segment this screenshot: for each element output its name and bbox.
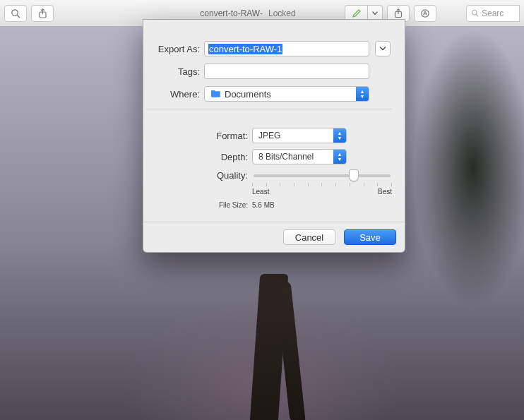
file-size-label: File Size:	[146, 201, 252, 209]
quality-slider[interactable]	[254, 174, 391, 177]
quality-label: Quality:	[146, 170, 252, 181]
export-as-label: Export As:	[146, 44, 204, 54]
depth-dropdown[interactable]: 8 Bits/Channel ▲▼	[252, 149, 347, 164]
chevron-updown-icon: ▲▼	[356, 87, 369, 101]
folder-icon	[210, 90, 221, 98]
title-text: convert-to-RAW-	[200, 8, 263, 18]
quality-least-label: Least	[252, 188, 269, 196]
where-dropdown[interactable]: Documents ▲▼	[204, 86, 369, 102]
search-placeholder: Searc	[482, 8, 504, 18]
share-button[interactable]	[31, 5, 54, 22]
file-size-value: 5.6 MB	[252, 201, 275, 209]
where-value: Documents	[225, 89, 271, 100]
svg-line-8	[476, 14, 478, 16]
depth-value: 8 Bits/Channel	[253, 152, 333, 162]
export-as-value: convert-to-RAW-1	[208, 44, 282, 54]
markup-button[interactable]	[414, 5, 436, 22]
export-as-field[interactable]: convert-to-RAW-1	[204, 41, 369, 56]
export-dialog: Export As: convert-to-RAW-1 Tags: Where:	[143, 19, 405, 253]
format-label: Format:	[146, 131, 252, 141]
save-button[interactable]: Save	[344, 229, 396, 245]
divider	[146, 109, 392, 109]
locked-label: Locked	[268, 8, 296, 18]
quality-ticks	[252, 183, 392, 186]
where-label: Where:	[146, 89, 204, 100]
zoom-button[interactable]	[4, 5, 27, 22]
format-value: JPEG	[253, 131, 333, 140]
quality-thumb[interactable]	[349, 169, 359, 181]
cancel-button[interactable]: Cancel	[283, 229, 335, 245]
search-field[interactable]: Searc	[466, 5, 520, 22]
save-button-label: Save	[359, 232, 381, 243]
depth-label: Depth:	[146, 152, 252, 162]
cancel-button-label: Cancel	[295, 232, 323, 243]
quality-best-label: Best	[378, 188, 392, 196]
tags-label: Tags:	[146, 66, 204, 77]
format-dropdown[interactable]: JPEG ▲▼	[252, 128, 347, 143]
expand-browser-button[interactable]	[375, 41, 391, 56]
chevron-updown-icon: ▲▼	[333, 128, 346, 143]
svg-line-1	[17, 15, 19, 17]
chevron-updown-icon: ▲▼	[333, 150, 346, 164]
search-icon	[471, 9, 479, 17]
tags-field[interactable]	[204, 64, 369, 79]
